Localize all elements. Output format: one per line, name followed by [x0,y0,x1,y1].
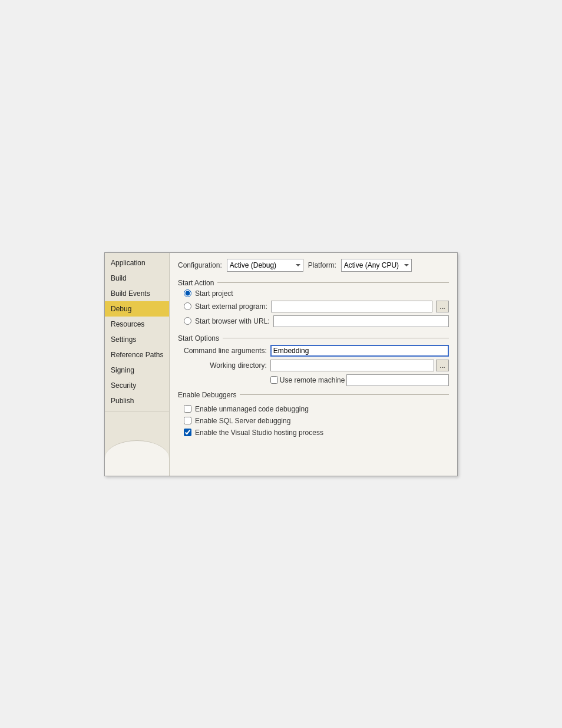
sidebar-item-build-events[interactable]: Build Events [105,286,169,301]
use-remote-machine-checkbox[interactable] [270,376,278,384]
enable-debuggers-section: Enable Debuggers Enable unmanaged code d… [178,391,449,437]
working-directory-label: Working directory: [184,361,267,370]
radio-start-project-label: Start project [195,289,233,298]
start-action-line [217,282,449,283]
sidebar-item-publish[interactable]: Publish [105,393,169,409]
start-options-header: Start Options [178,334,449,342]
sql-server-debug-label: Enable SQL Server debugging [195,417,290,425]
enable-debuggers-label: Enable Debuggers [178,391,236,399]
sql-server-debug-checkbox[interactable] [184,417,191,424]
radio-row-start-browser: Start browser with URL: [184,315,449,327]
unmanaged-debug-row: Enable unmanaged code debugging [178,405,449,413]
sidebar-item-settings[interactable]: Settings [105,332,169,347]
radio-row-start-external: Start external program: ... [184,301,449,312]
working-directory-row: ... [270,360,449,371]
start-action-label: Start Action [178,279,214,287]
sidebar-item-build[interactable]: Build [105,271,169,286]
unmanaged-debug-label: Enable unmanaged code debugging [195,405,309,413]
start-options-grid: Command line arguments: Working director… [178,345,449,386]
use-remote-machine-row: Use remote machine [270,374,449,386]
enable-debuggers-header: Enable Debuggers [178,391,449,399]
start-action-section: Start Action Start project Start externa… [178,279,449,330]
vs-hosting-label: Enable the Visual Studio hosting process [195,429,323,437]
radio-start-external-label: Start external program: [195,302,267,311]
radio-start-project[interactable] [184,289,191,297]
vs-hosting-row: Enable the Visual Studio hosting process [178,429,449,437]
command-line-row [270,345,449,357]
unmanaged-debug-checkbox[interactable] [184,405,191,413]
sidebar-item-application[interactable]: Application [105,255,169,271]
external-program-browse-button[interactable]: ... [436,301,449,312]
sidebar-item-resources[interactable]: Resources [105,317,169,332]
browser-url-input[interactable] [273,315,449,327]
configuration-dropdown[interactable]: Active (Debug) Debug Release [227,259,303,272]
platform-dropdown[interactable]: Active (Any CPU) Any CPU x86 x64 [341,259,412,272]
sidebar-bottom-decoration [105,411,169,476]
config-row: Configuration: Active (Debug) Debug Rele… [178,259,449,272]
working-directory-input[interactable] [270,360,434,371]
sidebar-item-reference-paths[interactable]: Reference Paths [105,347,169,363]
sidebar-curve-decoration [105,440,169,476]
vs-hosting-checkbox[interactable] [184,429,191,436]
radio-start-browser[interactable] [184,317,191,325]
sidebar-item-debug[interactable]: Debug [105,301,169,317]
working-directory-browse-button[interactable]: ... [436,360,449,371]
start-action-header: Start Action [178,279,449,287]
radio-start-external[interactable] [184,302,191,310]
radio-start-browser-label: Start browser with URL: [195,317,270,325]
platform-label: Platform: [308,261,336,269]
sidebar-item-signing[interactable]: Signing [105,363,169,378]
sql-server-debug-row: Enable SQL Server debugging [178,417,449,425]
command-line-label: Command line arguments: [184,347,267,355]
start-options-line [223,338,449,338]
external-program-input[interactable] [271,301,432,312]
start-options-label: Start Options [178,334,219,342]
radio-row-start-project: Start project [184,289,449,298]
project-properties-dialog: Application Build Build Events Debug Res… [104,252,458,476]
start-options-section: Start Options Command line arguments: Wo… [178,334,449,386]
command-line-input[interactable] [270,345,449,357]
enable-debuggers-line [240,394,449,395]
start-action-options: Start project Start external program: ..… [178,289,449,327]
configuration-label: Configuration: [178,261,222,269]
use-remote-machine-label: Use remote machine [280,376,345,384]
sidebar: Application Build Build Events Debug Res… [105,253,170,476]
sidebar-item-security[interactable]: Security [105,378,169,393]
main-content: Configuration: Active (Debug) Debug Rele… [170,253,457,476]
remote-machine-input[interactable] [346,374,449,386]
